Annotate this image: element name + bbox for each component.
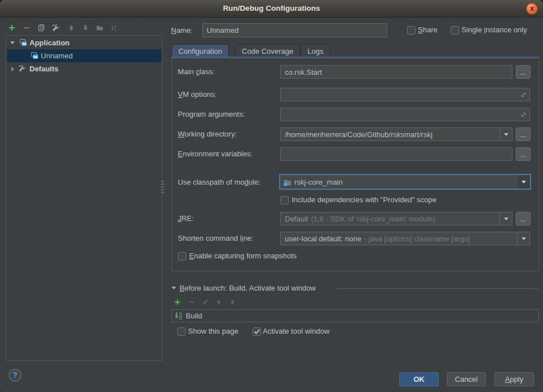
build-icon: 01 10 01 [174,312,183,320]
chevron-right-icon[interactable] [11,67,14,71]
single-instance-label[interactable]: Single instance only [461,25,527,35]
program-arguments-label: Program arguments: [178,108,245,121]
svg-text:01: 01 [179,317,182,320]
name-input[interactable] [202,23,387,37]
vm-options-field[interactable] [280,88,530,101]
working-directory-browse-button[interactable]: ... [516,127,531,141]
module-combo[interactable]: rskj-core_main [279,174,531,190]
shorten-command-line-label: Shorten command line: [178,232,254,245]
module-value: rskj-core_main [294,178,343,186]
remove-icon[interactable] [23,24,31,32]
working-directory-dropdown-button[interactable] [499,128,512,140]
task-down-icon[interactable] [229,299,236,306]
jre-value: Default [285,215,308,223]
tab-label: Logs [307,47,323,56]
shorten-command-line-combo[interactable]: user-local default: none - java [options… [280,232,530,245]
add-icon[interactable] [8,24,16,32]
tree-item-defaults[interactable]: Defaults [7,62,161,75]
single-instance-checkbox[interactable] [451,26,459,35]
shorten-value: user-local default: none [285,235,361,243]
svg-text:z: z [114,28,116,32]
splitter-grip[interactable] [160,180,165,196]
jre-value-detail: (1.8 - SDK of 'rskj-core_main' module) [311,215,435,223]
chevron-down-icon [504,133,508,136]
expand-field-icon[interactable] [520,91,527,99]
share-checkbox[interactable] [407,26,416,35]
module-dropdown-button[interactable] [518,175,530,189]
activate-tool-window-checkbox[interactable] [253,327,261,336]
module-label: Use classpath of module: [178,175,260,190]
dialog-title: Run/Debug Configurations [0,0,543,18]
show-this-page-label[interactable]: Show this page [188,326,238,336]
tree-item-label: Application [29,36,70,49]
before-launch-separator [336,288,538,289]
tree-item-unnamed[interactable]: Unnamed [7,49,161,62]
task-up-icon[interactable] [215,299,223,306]
environment-variables-label: Environment variables: [178,147,253,161]
chevron-down-icon [504,218,508,220]
sort-alphabetically-icon[interactable]: a z [110,24,118,32]
task-label: Build [186,312,202,320]
working-directory-label: Working directory: [178,127,237,141]
close-button[interactable]: x [526,3,538,15]
show-this-page-checkbox[interactable] [177,327,186,336]
module-icon [283,178,292,186]
task-row-build[interactable]: 01 10 01 Build [174,312,202,320]
configurations-tree: Application Unnamed Defaults [6,35,163,361]
move-up-icon[interactable] [67,24,75,32]
cancel-button[interactable]: Cancel [447,372,486,386]
application-icon [30,51,39,60]
tab-code-coverage[interactable]: Code Coverage [235,44,300,57]
edit-task-pencil-icon[interactable] [202,299,209,306]
tree-item-label: Defaults [29,62,58,75]
main-class-browse-button[interactable]: ... [516,65,531,79]
edit-defaults-wrench-icon[interactable] [52,24,60,32]
jre-browse-button[interactable]: ... [516,212,531,225]
capture-snapshots-checkbox[interactable] [178,252,186,261]
before-launch-title[interactable]: Before launch: Build, Activate tool wind… [179,283,316,293]
title-bar: Run/Debug Configurations x [0,0,543,18]
main-class-label: Main class: [178,65,215,79]
working-directory-value: /home/meriherrera/Code/Github/rsksmart/r… [285,130,433,139]
jre-dropdown-button[interactable] [499,212,512,225]
share-label[interactable]: Share [418,25,438,35]
working-directory-combo[interactable]: /home/meriherrera/Code/Github/rsksmart/r… [280,127,512,141]
vm-options-label: VM options: [178,88,217,101]
tab-logs[interactable]: Logs [301,44,330,57]
include-provided-checkbox[interactable] [280,196,289,204]
activate-tool-window-label[interactable]: Activate tool window [263,326,330,336]
expand-field-icon[interactable] [520,111,527,118]
tab-label: Code Coverage [242,47,293,56]
new-folder-icon[interactable] [96,24,104,32]
add-task-icon[interactable] [174,299,181,306]
chevron-down-icon [521,237,526,240]
main-class-value: co.rsk.Start [285,68,322,76]
program-arguments-field[interactable] [280,108,530,121]
chevron-down-icon [521,181,526,184]
defaults-wrench-icon [18,65,26,73]
ok-button[interactable]: OK [399,372,439,386]
shorten-value-detail: - java [options] classname [args] [364,235,469,243]
tab-configuration[interactable]: Configuration [172,44,229,57]
main-class-field[interactable]: co.rsk.Start [280,65,512,79]
capture-snapshots-label[interactable]: Enable capturing form snapshots [189,251,297,261]
tree-item-label: Unnamed [41,49,72,62]
run-debug-configurations-dialog: Run/Debug Configurations x a z Applica [0,0,543,392]
apply-button[interactable]: Apply [494,372,534,386]
move-down-icon[interactable] [82,24,89,32]
include-provided-label[interactable]: Include dependencies with "Provided" sco… [292,195,437,205]
environment-variables-browse-button[interactable]: ... [516,147,531,161]
shorten-dropdown-button[interactable] [517,232,529,245]
environment-variables-field[interactable] [280,147,512,161]
before-launch-task-list: 01 10 01 Build [172,309,539,322]
tree-item-application[interactable]: Application [7,36,161,49]
jre-combo[interactable]: Default (1.8 - SDK of 'rskj-core_main' m… [280,212,512,225]
help-button[interactable]: ? [8,369,22,382]
name-label: Name: [171,23,193,37]
remove-task-icon[interactable] [188,299,195,306]
jre-label: JRE: [178,212,194,225]
tab-label: Configuration [178,47,222,56]
before-launch-collapse-icon[interactable] [172,287,176,289]
chevron-down-icon[interactable] [10,41,15,44]
copy-icon[interactable] [37,24,45,32]
